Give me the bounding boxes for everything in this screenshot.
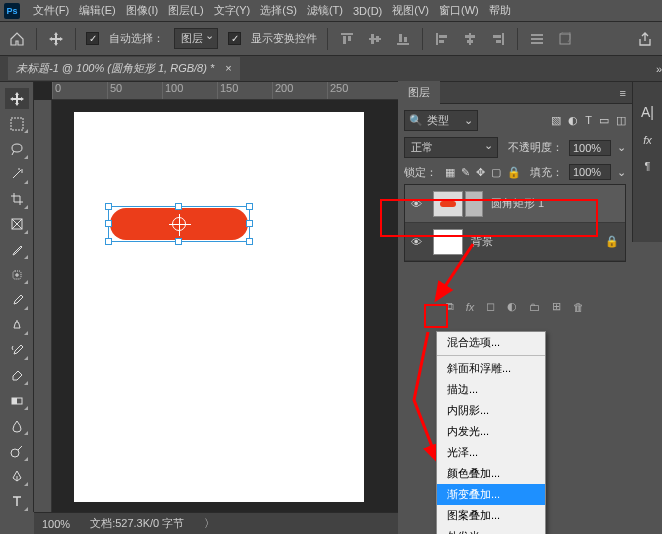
align-left-icon[interactable]: [433, 30, 451, 48]
canvas-area[interactable]: 050100150200250: [34, 82, 398, 512]
layer-row[interactable]: 👁 背景 🔒: [405, 223, 625, 261]
menu-type[interactable]: 文字(Y): [209, 3, 256, 18]
lock-position-icon[interactable]: ✥: [476, 166, 485, 179]
transform-handle[interactable]: [105, 203, 112, 210]
zoom-level[interactable]: 100%: [42, 518, 70, 530]
tab-overflow-icon[interactable]: »: [656, 63, 662, 75]
transform-handle[interactable]: [246, 238, 253, 245]
magic-wand-tool[interactable]: [5, 164, 29, 185]
menu-help[interactable]: 帮助: [484, 3, 516, 18]
marquee-tool[interactable]: [5, 113, 29, 134]
align-bottom-icon[interactable]: [394, 30, 412, 48]
transform-handle[interactable]: [105, 238, 112, 245]
menu-image[interactable]: 图像(I): [121, 3, 163, 18]
lock-pixels-icon[interactable]: ✎: [461, 166, 470, 179]
menu-outer-glow[interactable]: 外发光...: [437, 526, 545, 534]
menu-bevel-emboss[interactable]: 斜面和浮雕...: [437, 358, 545, 379]
auto-select-target-dropdown[interactable]: 图层: [174, 28, 218, 49]
frame-tool[interactable]: [5, 214, 29, 235]
menu-filter[interactable]: 滤镜(T): [302, 3, 348, 18]
layer-row[interactable]: 👁 圆角矩形 1: [405, 185, 625, 223]
lock-transparent-icon[interactable]: ▦: [445, 166, 455, 179]
panel-menu-icon[interactable]: ≡: [614, 87, 632, 99]
menu-inner-glow[interactable]: 内发光...: [437, 421, 545, 442]
eraser-tool[interactable]: [5, 365, 29, 386]
transform-handle[interactable]: [105, 220, 112, 227]
lock-artboard-icon[interactable]: ▢: [491, 166, 501, 179]
menu-view[interactable]: 视图(V): [387, 3, 434, 18]
menu-pattern-overlay[interactable]: 图案叠加...: [437, 505, 545, 526]
opacity-input[interactable]: 100%: [569, 140, 611, 156]
styles-panel-icon[interactable]: fx: [643, 134, 652, 146]
3d-mode-icon[interactable]: [556, 30, 574, 48]
eyedropper-tool[interactable]: [5, 239, 29, 260]
menu-inner-shadow[interactable]: 内阴影...: [437, 400, 545, 421]
filter-adjust-icon[interactable]: ◐: [568, 114, 578, 127]
layer-name[interactable]: 背景: [471, 234, 493, 249]
menu-edit[interactable]: 编辑(E): [74, 3, 121, 18]
transform-handle[interactable]: [246, 203, 253, 210]
share-icon[interactable]: [636, 30, 654, 48]
menu-blending-options[interactable]: 混合选项...: [437, 332, 545, 353]
blend-mode-dropdown[interactable]: 正常: [404, 137, 498, 158]
canvas[interactable]: [74, 112, 364, 502]
adjustment-layer-icon[interactable]: ◐: [507, 300, 517, 313]
pen-tool[interactable]: [5, 466, 29, 487]
layer-fx-button[interactable]: fx: [466, 301, 475, 313]
transform-bounding-box[interactable]: [108, 206, 250, 242]
home-icon[interactable]: [8, 30, 26, 48]
visibility-toggle-icon[interactable]: 👁: [411, 236, 425, 248]
layer-thumbnail[interactable]: [433, 191, 463, 217]
group-icon[interactable]: 🗀: [529, 301, 540, 313]
lock-all-icon[interactable]: 🔒: [507, 166, 521, 179]
dodge-tool[interactable]: [5, 440, 29, 461]
filter-smart-icon[interactable]: ◫: [616, 114, 626, 127]
gradient-tool[interactable]: [5, 390, 29, 411]
vector-mask-thumbnail[interactable]: [465, 191, 483, 217]
fill-input[interactable]: 100%: [569, 164, 611, 180]
layer-mask-icon[interactable]: ◻: [486, 300, 495, 313]
auto-select-checkbox[interactable]: [86, 32, 99, 45]
move-tool-indicator-icon[interactable]: [47, 30, 65, 48]
menu-stroke[interactable]: 描边...: [437, 379, 545, 400]
distribute-icon[interactable]: [528, 30, 546, 48]
lasso-tool[interactable]: [5, 138, 29, 159]
doc-info[interactable]: 文档:527.3K/0 字节: [90, 516, 184, 531]
menu-select[interactable]: 选择(S): [255, 3, 302, 18]
transform-handle[interactable]: [175, 203, 182, 210]
brush-tool[interactable]: [5, 289, 29, 310]
chevron-down-icon[interactable]: ⌄: [617, 166, 626, 179]
status-chevron-icon[interactable]: 〉: [204, 516, 215, 531]
type-tool[interactable]: [5, 491, 29, 512]
history-brush-tool[interactable]: [5, 340, 29, 361]
menu-layer[interactable]: 图层(L): [163, 3, 208, 18]
healing-brush-tool[interactable]: [5, 264, 29, 285]
chevron-down-icon[interactable]: ⌄: [617, 141, 626, 154]
align-top-icon[interactable]: [338, 30, 356, 48]
transform-handle[interactable]: [175, 238, 182, 245]
layer-filter-dropdown[interactable]: 🔍 类型 ⌄: [404, 110, 478, 131]
transform-handle[interactable]: [246, 220, 253, 227]
filter-type-icon[interactable]: T: [585, 114, 592, 127]
character-panel-icon[interactable]: A|: [641, 104, 654, 120]
paragraph-panel-icon[interactable]: ¶: [645, 160, 651, 172]
blur-tool[interactable]: [5, 415, 29, 436]
visibility-toggle-icon[interactable]: 👁: [411, 198, 425, 210]
close-tab-icon[interactable]: ×: [225, 62, 231, 74]
layer-name[interactable]: 圆角矩形 1: [491, 196, 544, 211]
menu-window[interactable]: 窗口(W): [434, 3, 484, 18]
show-transform-checkbox[interactable]: [228, 32, 241, 45]
align-right-icon[interactable]: [489, 30, 507, 48]
clone-stamp-tool[interactable]: [5, 315, 29, 336]
delete-layer-icon[interactable]: 🗑: [573, 301, 584, 313]
menu-gradient-overlay[interactable]: 渐变叠加...: [437, 484, 545, 505]
menu-satin[interactable]: 光泽...: [437, 442, 545, 463]
menu-color-overlay[interactable]: 颜色叠加...: [437, 463, 545, 484]
filter-pixel-icon[interactable]: ▧: [551, 114, 561, 127]
menu-3d[interactable]: 3D(D): [348, 5, 387, 17]
link-layers-icon[interactable]: ⧉: [446, 300, 454, 313]
align-hcenter-icon[interactable]: [461, 30, 479, 48]
layer-thumbnail[interactable]: [433, 229, 463, 255]
document-tab[interactable]: 未标题-1 @ 100% (圆角矩形 1, RGB/8) * ×: [8, 57, 240, 80]
new-layer-icon[interactable]: ⊞: [552, 300, 561, 313]
